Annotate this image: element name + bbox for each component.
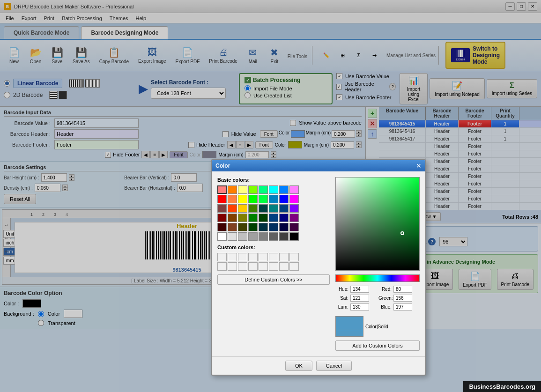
green-input[interactable] [393, 295, 412, 302]
dialog-title: Color ✕ [212, 160, 425, 171]
hue-input[interactable] [350, 286, 369, 293]
color-cell[interactable] [217, 214, 227, 222]
dialog-body: Basic colors: [212, 171, 425, 356]
custom-color-cell[interactable] [228, 253, 237, 261]
green-label: Green: [378, 296, 392, 301]
custom-color-cell[interactable] [238, 253, 247, 261]
color-dialog-ok-button[interactable]: OK [285, 361, 312, 371]
color-solid-label: Color|Solid [365, 324, 388, 329]
color-cell[interactable] [238, 232, 247, 241]
color-cell[interactable] [279, 204, 289, 213]
color-cell[interactable] [279, 185, 289, 194]
color-dialog-cancel-button[interactable]: Cancel [316, 361, 352, 371]
blue-input[interactable] [393, 303, 412, 311]
custom-color-cell[interactable] [259, 262, 268, 271]
color-cell[interactable] [259, 185, 268, 194]
color-cell[interactable] [248, 204, 258, 213]
color-preview-area: Color|Solid [335, 316, 420, 337]
color-cell[interactable] [259, 204, 268, 213]
color-cell[interactable] [217, 195, 227, 203]
custom-color-cell[interactable] [228, 262, 237, 271]
color-grid [217, 185, 330, 241]
color-cell[interactable] [228, 204, 237, 213]
color-cell[interactable] [269, 195, 278, 203]
green-row: Green: [378, 295, 420, 302]
color-cell[interactable] [238, 214, 247, 222]
dialog-close-button[interactable]: ✕ [416, 162, 422, 170]
color-values: Hue: Red: Sat: Green: [335, 286, 420, 311]
color-cell[interactable] [217, 185, 227, 194]
color-cell[interactable] [269, 185, 278, 194]
color-cell[interactable] [248, 214, 258, 222]
color-cell[interactable] [217, 223, 227, 231]
custom-color-cell[interactable] [269, 253, 278, 261]
color-cell[interactable] [289, 185, 299, 194]
hue-row: Hue: [335, 286, 377, 293]
color-preview-box [335, 316, 363, 330]
red-label: Red: [378, 287, 392, 292]
custom-color-cell[interactable] [238, 262, 247, 271]
color-cell[interactable] [217, 232, 227, 241]
color-cell[interactable] [269, 232, 278, 241]
color-cell[interactable] [279, 232, 289, 241]
color-cell[interactable] [238, 185, 247, 194]
color-cell[interactable] [289, 223, 299, 231]
color-cell[interactable] [238, 204, 247, 213]
custom-color-cell[interactable] [259, 253, 268, 261]
custom-color-cell[interactable] [248, 253, 258, 261]
sat-row: Sat: [335, 295, 377, 302]
custom-color-cell[interactable] [248, 262, 258, 271]
dialog-title-text: Color [215, 163, 230, 169]
sat-label: Sat: [335, 296, 348, 301]
color-left: Basic colors: [217, 177, 330, 351]
color-cell[interactable] [238, 223, 247, 231]
define-custom-colors-button[interactable]: Define Custom Colors >> [217, 274, 330, 285]
custom-color-cell[interactable] [269, 262, 278, 271]
color-cell[interactable] [228, 195, 237, 203]
color-gradient-picker[interactable] [335, 177, 420, 271]
custom-color-cell[interactable] [217, 253, 227, 261]
custom-color-grid [217, 253, 330, 271]
color-cell[interactable] [238, 195, 247, 203]
add-to-custom-colors-button[interactable]: Add to Custom Colors [335, 340, 420, 351]
color-cell[interactable] [279, 214, 289, 222]
color-cell[interactable] [228, 214, 237, 222]
red-input[interactable] [393, 286, 412, 293]
sat-input[interactable] [350, 295, 369, 302]
color-cell[interactable] [217, 204, 227, 213]
custom-color-cell[interactable] [217, 262, 227, 271]
watermark: BusinessBarcodes.org [463, 381, 541, 392]
color-cell[interactable] [248, 185, 258, 194]
color-cell[interactable] [259, 232, 268, 241]
custom-color-cell[interactable] [289, 253, 299, 261]
color-cell[interactable] [259, 223, 268, 231]
color-cell[interactable] [279, 195, 289, 203]
hue-bar[interactable] [335, 274, 420, 282]
color-cell[interactable] [269, 223, 278, 231]
red-row: Red: [378, 286, 420, 293]
color-cell[interactable] [289, 214, 299, 222]
color-cell[interactable] [279, 223, 289, 231]
color-cell[interactable] [289, 232, 299, 241]
color-cell[interactable] [228, 223, 237, 231]
color-cell[interactable] [248, 195, 258, 203]
custom-color-cell[interactable] [279, 262, 289, 271]
color-cell[interactable] [248, 232, 258, 241]
color-cell[interactable] [259, 195, 268, 203]
color-cell[interactable] [228, 185, 237, 194]
custom-color-cell[interactable] [289, 262, 299, 271]
color-cell[interactable] [269, 204, 278, 213]
color-cell[interactable] [259, 214, 268, 222]
dialog-overlay: Color ✕ Basic colors: [0, 0, 541, 392]
color-cell[interactable] [289, 195, 299, 203]
custom-color-cell[interactable] [279, 253, 289, 261]
color-right: Hue: Red: Sat: Green: [335, 177, 420, 351]
blue-row: Blue: [378, 303, 420, 311]
lum-input[interactable] [350, 303, 369, 311]
color-cell[interactable] [269, 214, 278, 222]
basic-colors-label: Basic colors: [217, 177, 330, 183]
color-cell[interactable] [289, 204, 299, 213]
color-solid-box [335, 330, 363, 337]
color-cell[interactable] [248, 223, 258, 231]
color-cell[interactable] [228, 232, 237, 241]
